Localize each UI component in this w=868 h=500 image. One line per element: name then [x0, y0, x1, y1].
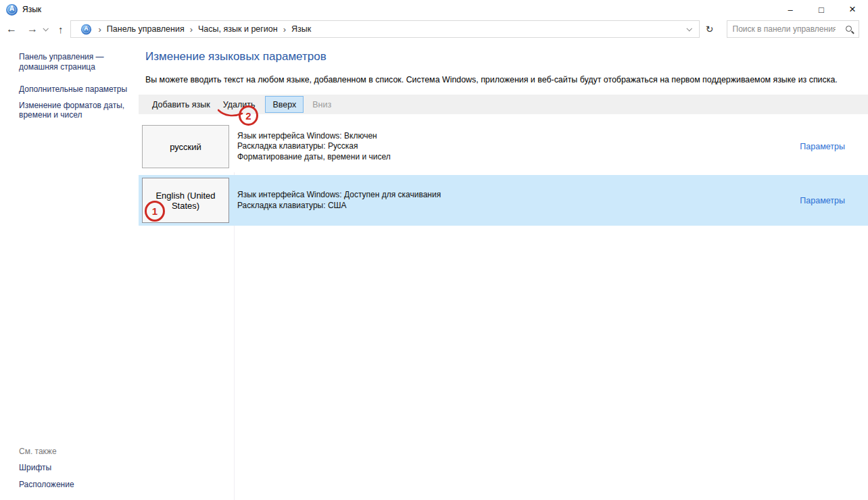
- sidebar: Панель управления — домашняя страница До…: [0, 39, 139, 500]
- detail-line: Раскладка клавиатуры: Русская: [237, 141, 391, 152]
- search-icon[interactable]: [846, 26, 852, 32]
- breadcrumb-separator-icon: ›: [278, 24, 291, 34]
- minimize-button[interactable]: –: [775, 0, 806, 19]
- search-box: [727, 20, 859, 38]
- breadcrumb-language[interactable]: Язык: [291, 24, 311, 34]
- content-area: Панель управления — домашняя страница До…: [0, 39, 868, 500]
- navigation-bar: ← → ↑ › Панель управления › Часы, язык и…: [0, 19, 868, 39]
- detail-line: Раскладка клавиатуры: США: [237, 201, 441, 211]
- breadcrumb-separator-icon: ›: [93, 24, 107, 34]
- sidebar-item-control-panel-home[interactable]: Панель управления — домашняя страница: [19, 52, 130, 72]
- move-up-button[interactable]: Вверх: [265, 96, 304, 113]
- language-app-icon: [6, 4, 18, 16]
- breadcrumb-separator-icon: ›: [185, 24, 198, 34]
- annotation-circle-1: 1: [145, 201, 165, 222]
- breadcrumb-control-panel[interactable]: Панель управления: [107, 24, 185, 34]
- see-also-header: См. также: [19, 447, 130, 456]
- move-down-button[interactable]: Вниз: [312, 100, 331, 109]
- window-controls: – □ ×: [775, 0, 868, 19]
- address-chevron-down-icon[interactable]: [686, 26, 692, 31]
- back-icon[interactable]: ←: [0, 24, 23, 34]
- detail-line: Форматирование даты, времени и чисел: [237, 152, 391, 163]
- address-bar[interactable]: › Панель управления › Часы, язык и регио…: [70, 20, 700, 38]
- language-details: Язык интерфейса Windows: Доступен для ск…: [237, 190, 441, 211]
- address-language-icon: [80, 24, 91, 34]
- up-icon[interactable]: ↑: [53, 24, 69, 35]
- history-chevron-down-icon[interactable]: [43, 26, 48, 31]
- detail-line: Язык интерфейса Windows: Доступен для ск…: [237, 190, 441, 201]
- refresh-icon[interactable]: ↻: [701, 20, 719, 38]
- language-details: Язык интерфейса Windows: Включен Расклад…: [237, 131, 391, 163]
- maximize-button[interactable]: □: [806, 0, 837, 19]
- window-title: Язык: [22, 5, 41, 14]
- page-description: Вы можете вводить текст на любом языке, …: [145, 75, 868, 84]
- sidebar-item-fonts[interactable]: Шрифты: [19, 463, 130, 473]
- see-also-section: См. также Шрифты Расположение: [19, 447, 130, 496]
- search-input[interactable]: [727, 22, 836, 36]
- breadcrumb-clock-language-region[interactable]: Часы, язык и регион: [198, 24, 278, 34]
- options-link-english[interactable]: Параметры: [800, 196, 845, 205]
- sidebar-item-change-date-formats[interactable]: Изменение форматов даты, времени и чисел: [19, 101, 130, 120]
- language-name-box[interactable]: русский: [142, 125, 229, 168]
- sidebar-item-advanced-settings[interactable]: Дополнительные параметры: [19, 84, 130, 95]
- sidebar-item-location[interactable]: Расположение: [19, 480, 130, 490]
- close-button[interactable]: ×: [837, 0, 868, 19]
- language-list: русский Язык интерфейса Windows: Включен…: [145, 121, 868, 226]
- options-link-russian[interactable]: Параметры: [800, 142, 845, 151]
- forward-icon[interactable]: →: [23, 24, 42, 34]
- language-row-english[interactable]: English (United States) Язык интерфейса …: [139, 175, 868, 226]
- language-row-russian[interactable]: русский Язык интерфейса Windows: Включен…: [139, 121, 868, 172]
- page-title: Изменение языковых параметров: [145, 50, 868, 64]
- detail-line: Язык интерфейса Windows: Включен: [237, 131, 391, 142]
- title-bar: Язык – □ ×: [0, 0, 868, 19]
- annotation-tail-stroke: [218, 108, 243, 119]
- add-language-button[interactable]: Добавить язык: [152, 100, 210, 109]
